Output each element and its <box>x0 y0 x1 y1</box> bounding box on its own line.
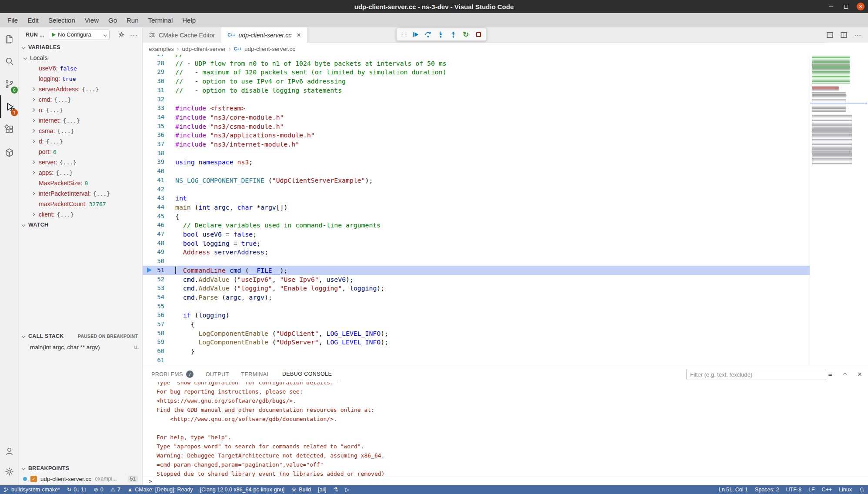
status-item[interactable]: C++ <box>818 485 835 494</box>
line-number[interactable]: 34 <box>143 113 164 122</box>
variable-row[interactable]: useV6:false <box>19 63 142 73</box>
status-item[interactable]: Spaces: 2 <box>751 485 783 494</box>
more-actions-icon[interactable]: ⋯ <box>853 31 862 40</box>
line-number[interactable]: 42 <box>143 185 164 194</box>
line-number[interactable]: 41 <box>143 176 164 185</box>
breakpoint-checkbox[interactable]: ✓ <box>30 476 37 482</box>
line-number[interactable]: 40 <box>143 167 164 176</box>
status-item[interactable]: ⊘0 <box>90 485 107 494</box>
line-number[interactable]: 35 <box>143 122 164 131</box>
code-line-48[interactable]: 48 bool logging = true; <box>143 239 810 248</box>
line-number[interactable]: 28 <box>143 59 164 68</box>
call-stack-frame[interactable]: main(int argc, char ** argv) u. <box>19 342 142 352</box>
close-icon[interactable]: × <box>297 31 300 39</box>
maximize-button[interactable] <box>842 3 850 10</box>
code-line-38[interactable]: 38 <box>143 149 810 158</box>
section-breakpoints[interactable]: BREAKPOINTS <box>19 463 142 474</box>
breakpoint-row[interactable]: ✓ udp-client-server.cc exampl... 51 <box>19 474 142 484</box>
line-number[interactable]: 48 <box>143 239 164 248</box>
continue-button[interactable] <box>410 29 421 40</box>
code-line-39[interactable]: 39using namespace ns3; <box>143 157 810 167</box>
code-line-54[interactable]: 54 cmd.Parse (argc, argv); <box>143 293 810 302</box>
variable-row[interactable]: cmd:{...} <box>19 94 142 105</box>
line-number[interactable]: 45 <box>143 212 164 221</box>
line-number[interactable]: 54 <box>143 293 164 302</box>
line-number[interactable]: 55 <box>143 302 164 311</box>
accounts-button[interactable] <box>0 440 19 462</box>
menu-item-file[interactable]: File <box>3 15 23 26</box>
line-number[interactable]: 49 <box>143 247 164 257</box>
line-number[interactable]: 30 <box>143 77 164 86</box>
line-number[interactable]: 33 <box>143 103 164 113</box>
code-line-51[interactable]: 51 CommandLine cmd (__FILE__); <box>143 266 810 275</box>
code-line-40[interactable]: 40 <box>143 167 810 176</box>
variable-row[interactable]: n:{...} <box>19 105 142 115</box>
code-line-56[interactable]: 56 if (logging) <box>143 310 810 320</box>
status-item[interactable]: UTF-8 <box>782 485 805 494</box>
status-item[interactable]: Ln 51, Col 1 <box>715 485 751 494</box>
code-line-29[interactable]: 29// - maximum of 320 packets sent (or l… <box>143 67 810 77</box>
code-line-52[interactable]: 52 cmd.AddValue ("useIpv6", "Use Ipv6", … <box>143 275 810 284</box>
variable-row[interactable]: port:0 <box>19 147 142 157</box>
line-number[interactable]: 29 <box>143 67 164 77</box>
drag-handle-icon[interactable]: ⋮⋮ <box>399 32 408 37</box>
line-number[interactable]: 53 <box>143 284 164 293</box>
section-watch[interactable]: WATCH <box>19 220 142 230</box>
restart-button[interactable]: ↻ <box>460 29 471 40</box>
variable-row[interactable]: maxPacketCount:32767 <box>19 199 142 209</box>
status-item[interactable]: [all] <box>314 485 330 494</box>
layout-icon[interactable] <box>825 31 834 40</box>
debug-console-input[interactable]: > <box>143 477 868 485</box>
breadcrumb-item[interactable]: udp-client-server.cc <box>244 46 295 52</box>
editor-tab[interactable]: CMake Cache Editor <box>143 27 221 43</box>
line-number[interactable]: 52 <box>143 275 164 284</box>
variable-row[interactable]: internet:{...} <box>19 115 142 126</box>
overview-ruler[interactable] <box>864 55 868 366</box>
code-line-31[interactable]: 31// - option to disable logging stateme… <box>143 86 810 95</box>
code-line-28[interactable]: 28// - UDP flow from n0 to n1 of 1024 by… <box>143 59 810 68</box>
status-item[interactable]: buildsystem-cmake* <box>0 485 63 494</box>
code-line-44[interactable]: 44main (int argc, char *argv[]) <box>143 203 810 212</box>
filter-menu-icon[interactable]: ≡ <box>826 370 834 378</box>
more-actions-icon[interactable]: ··· <box>130 31 138 38</box>
step-out-button[interactable] <box>447 29 459 40</box>
line-number[interactable]: 61 <box>143 356 164 365</box>
line-number[interactable]: 32 <box>143 95 164 104</box>
code-line-27[interactable]: 27// <box>143 55 810 59</box>
step-over-button[interactable] <box>422 29 434 40</box>
debug-console-output[interactable]: Type "show configuration" for configurat… <box>143 382 868 477</box>
line-number[interactable]: 43 <box>143 194 164 203</box>
panel-tab-terminal[interactable]: TERMINAL <box>235 366 276 382</box>
code-line-30[interactable]: 30// - option to use IPv4 or IPv6 addres… <box>143 77 810 86</box>
start-debug-icon[interactable] <box>52 33 56 37</box>
line-number[interactable]: 44 <box>143 203 164 212</box>
step-into-button[interactable] <box>435 29 446 40</box>
line-number[interactable]: 57 <box>143 320 164 329</box>
status-item[interactable]: ▲CMake: [Debug]: Ready <box>124 485 197 494</box>
code-line-58[interactable]: 58 LogComponentEnable ("UdpClient", LOG_… <box>143 329 810 338</box>
status-item[interactable]: ⚗ <box>330 485 341 494</box>
minimize-button[interactable] <box>827 3 835 10</box>
code-line-37[interactable]: 37#include "ns3/internet-module.h" <box>143 140 810 149</box>
extensions-button[interactable] <box>0 118 19 140</box>
status-item[interactable]: ▷ <box>342 485 353 494</box>
code-line-35[interactable]: 35#include "ns3/csma-module.h" <box>143 122 810 131</box>
breadcrumb-item[interactable]: udp-client-server <box>182 46 226 52</box>
code-line-42[interactable]: 42 <box>143 185 810 194</box>
launch-config-dropdown[interactable]: No Configura <box>49 30 110 40</box>
editor-tab[interactable]: C++udp-client-server.cc× <box>221 27 307 43</box>
variable-row[interactable]: server:{...} <box>19 157 142 167</box>
menu-item-view[interactable]: View <box>80 15 103 26</box>
menu-item-edit[interactable]: Edit <box>23 15 43 26</box>
maximize-panel-icon[interactable] <box>841 370 849 378</box>
search-button[interactable] <box>0 50 19 73</box>
code-line-34[interactable]: 34#include "ns3/core-module.h" <box>143 113 810 122</box>
line-number[interactable]: 39 <box>143 157 164 167</box>
variable-row[interactable]: csma:{...} <box>19 126 142 136</box>
explorer-button[interactable] <box>0 27 19 50</box>
code-line-43[interactable]: 43int <box>143 194 810 203</box>
code-line-33[interactable]: 33#include <fstream> <box>143 103 810 113</box>
code-line-47[interactable]: 47 bool useV6 = false; <box>143 230 810 239</box>
section-call-stack[interactable]: CALL STACK PAUSED ON BREAKPOINT <box>19 331 142 341</box>
code-line-32[interactable]: 32 <box>143 95 810 104</box>
